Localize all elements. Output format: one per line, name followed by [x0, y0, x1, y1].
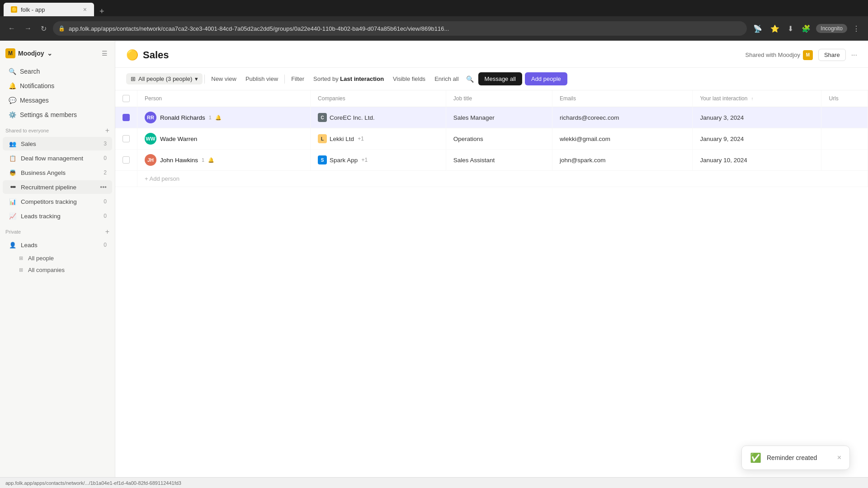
shared-avatar: M — [803, 50, 813, 60]
table-row[interactable]: RR Ronald Richards 1 🔔 C CoreEC Inc. Ltd… — [115, 107, 868, 128]
sidebar-item-sales[interactable]: 👥 Sales 3 — [3, 137, 112, 150]
recruitment-more-btn[interactable]: ••• — [100, 183, 107, 191]
publish-view-btn[interactable]: Publish view — [241, 73, 283, 85]
all-companies-label: All companies — [28, 267, 65, 273]
page-title-icon: 🟡 — [126, 49, 138, 61]
notifications-label: Notifications — [20, 82, 54, 89]
leads-icon: 👤 — [8, 240, 17, 249]
row3-company: Spark App — [330, 157, 358, 164]
sidebar-item-recruitment[interactable]: ••• Recruitment pipeline ••• — [3, 180, 112, 194]
add-person-row: + Add person — [115, 171, 868, 187]
col-last-interaction[interactable]: Your last interaction↑ — [693, 90, 821, 107]
active-tab[interactable]: 🟡 folk - app × — [4, 3, 94, 16]
col-job-title[interactable]: Job title — [446, 90, 552, 107]
row1-avatar: RR — [145, 112, 156, 123]
col-companies[interactable]: Companies — [311, 90, 446, 107]
toast-close-btn[interactable]: × — [837, 454, 841, 462]
address-bar[interactable]: 🔒 app.folk.app/apps/contacts/network/cca… — [53, 21, 747, 36]
sidebar-item-deal-flow[interactable]: 📋 Deal flow management 0 — [3, 151, 112, 165]
more-options-btn[interactable]: ··· — [851, 51, 857, 59]
row2-checkbox[interactable] — [123, 135, 130, 142]
search-contacts-btn[interactable]: 🔍 — [463, 73, 476, 85]
sort-btn[interactable]: Sorted by Last interaction — [309, 73, 388, 85]
col-emails[interactable]: Emails — [552, 90, 693, 107]
workspace-selector[interactable]: M Moodjoy ⌄ — [5, 48, 52, 58]
row3-badge: 1 — [202, 157, 204, 163]
back-btn[interactable]: ← — [5, 22, 18, 35]
tab-close-btn[interactable]: × — [83, 6, 87, 13]
contacts-table-container: Person Companies Job title Emails Your l… — [115, 90, 868, 477]
forward-btn[interactable]: → — [22, 22, 34, 35]
sidebar-item-leads[interactable]: 👤 Leads 0 — [3, 238, 112, 252]
table-row[interactable]: JH John Hawkins 1 🔔 S Spark App +1 — [115, 150, 868, 171]
share-btn[interactable]: Share — [818, 49, 846, 61]
sidebar-item-settings[interactable]: ⚙️ Settings & members — [3, 108, 112, 122]
leads-tracking-icon: 📈 — [8, 211, 17, 221]
bookmark-btn[interactable]: ⭐ — [768, 22, 782, 36]
address-text: app.folk.app/apps/contacts/network/ccaa7… — [69, 25, 741, 32]
sidebar-item-competitors[interactable]: 📊 Competitors tracking 0 — [3, 195, 112, 208]
sales-label: Sales — [21, 141, 36, 147]
row3-checkbox[interactable] — [123, 156, 130, 164]
sidebar-item-all-companies[interactable]: ⊞ All companies — [3, 264, 112, 275]
competitors-badge: 0 — [99, 198, 107, 205]
add-person-checkbox-cell — [115, 171, 137, 187]
row1-badge: 1 — [209, 115, 212, 120]
notifications-icon: 🔔 — [8, 82, 16, 90]
sorted-by-field: Last interaction — [340, 75, 384, 82]
filter-btn[interactable]: Filter — [287, 73, 309, 85]
menu-btn[interactable]: ⋮ — [850, 22, 863, 36]
download-btn[interactable]: ⬇ — [785, 22, 796, 36]
add-private-btn[interactable]: + — [105, 228, 109, 236]
add-person-cell: + Add person — [137, 171, 868, 187]
row2-company: Lekki Ltd — [330, 136, 354, 142]
shared-with-label: Shared with Moodjoy — [745, 52, 800, 58]
visible-fields-btn[interactable]: Visible fields — [388, 73, 430, 85]
page-title-row: 🟡 Sales — [126, 49, 169, 61]
cast-btn[interactable]: 📡 — [750, 22, 765, 36]
sidebar-item-search[interactable]: 🔍 Search — [3, 65, 112, 78]
row2-last-interaction: January 9, 2024 — [693, 128, 821, 150]
enrich-all-btn[interactable]: Enrich all — [430, 73, 463, 85]
row3-last-interaction: January 10, 2024 — [693, 150, 821, 171]
row1-company-logo: C — [318, 113, 327, 122]
toast-notification: ✅ Reminder created × — [741, 446, 850, 470]
sidebar-item-all-people[interactable]: ⊞ All people — [3, 253, 112, 263]
select-all-checkbox[interactable] — [123, 95, 130, 102]
header-actions: Shared with Moodjoy M Share ··· — [745, 49, 857, 61]
col-checkbox — [115, 90, 137, 107]
sidebar-toggle-btn[interactable]: ☰ — [100, 48, 109, 59]
row1-checkbox[interactable] — [123, 114, 130, 121]
row2-company-logo: L — [318, 134, 327, 143]
table-row[interactable]: WW Wade Warren L Lekki Ltd +1 Operations — [115, 128, 868, 150]
message-all-btn[interactable]: Message all — [478, 72, 522, 85]
add-person-btn[interactable]: + Add person — [145, 175, 179, 182]
add-shared-btn[interactable]: + — [105, 127, 109, 135]
shared-with: Shared with Moodjoy M — [745, 50, 813, 60]
messages-icon: 💬 — [8, 96, 16, 104]
toolbar-sep-1 — [204, 75, 205, 84]
extensions-btn[interactable]: 🧩 — [799, 22, 813, 36]
add-people-btn[interactable]: Add people — [525, 72, 567, 85]
sidebar-item-notifications[interactable]: 🔔 Notifications — [3, 79, 112, 93]
sidebar-item-business-angels[interactable]: 👼 Business Angels 2 — [3, 166, 112, 179]
row1-companies-cell: C CoreEC Inc. Ltd. — [311, 107, 446, 128]
tab-title: folk - app — [21, 6, 45, 13]
sidebar-item-leads-tracking[interactable]: 📈 Leads tracking 0 — [3, 209, 112, 223]
new-tab-btn[interactable]: + — [96, 7, 108, 16]
new-view-btn[interactable]: New view — [207, 73, 241, 85]
row3-bell-icon: 🔔 — [208, 157, 214, 163]
row1-job-title: Sales Manager — [446, 107, 552, 128]
col-person[interactable]: Person — [137, 90, 311, 107]
row3-urls — [821, 150, 868, 171]
view-selector-chevron: ▾ — [195, 75, 198, 82]
view-selector-btn[interactable]: ⊞ All people (3 people) ▾ — [126, 73, 203, 84]
reload-btn[interactable]: ↻ — [38, 22, 49, 36]
row1-company: CoreEC Inc. Ltd. — [330, 114, 375, 121]
sidebar-item-messages[interactable]: 💬 Messages — [3, 94, 112, 107]
col-urls[interactable]: Urls — [821, 90, 868, 107]
row1-name: Ronald Richards — [160, 114, 205, 121]
sales-badge: 3 — [99, 141, 107, 147]
search-icon: 🔍 — [8, 67, 16, 75]
page-title: Sales — [143, 49, 169, 61]
